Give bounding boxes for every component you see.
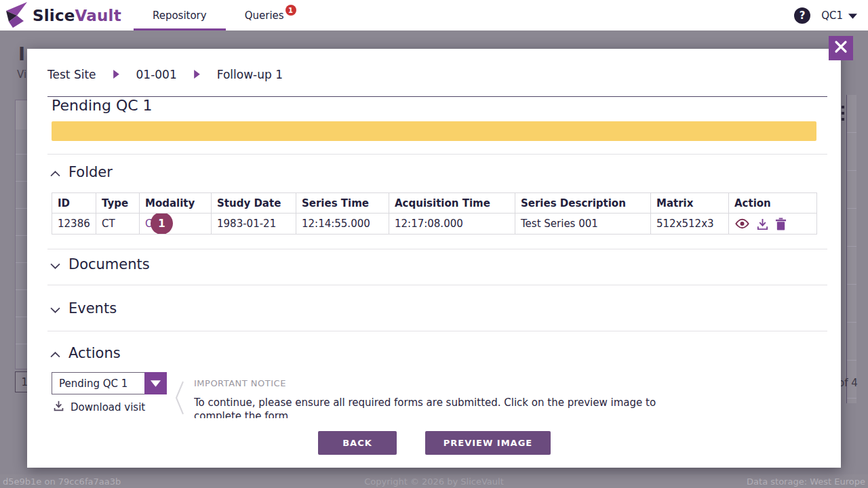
top-navbar: SliceVault Repository Queries 1 ? QC1 (0, 0, 868, 30)
divider (47, 154, 827, 155)
chevron-up-icon (50, 345, 60, 361)
section-actions-label: Actions (68, 345, 121, 361)
column-header-acquisition-time: Acquisition Time (389, 193, 515, 214)
eye-icon[interactable] (734, 218, 750, 229)
chevron-down-icon (50, 300, 60, 317)
breadcrumb-subject[interactable]: 01-001 (136, 68, 177, 81)
column-header-study-date: Study Date (212, 193, 296, 214)
background-table-left-edge (15, 100, 28, 369)
chevron-down-icon (848, 9, 857, 22)
cell-action (729, 214, 817, 235)
folder-table: ID Type Modality Study Date Series Time … (52, 192, 817, 235)
column-header-series-description: Series Description (515, 193, 651, 214)
qc-progress-bar (52, 121, 816, 141)
breadcrumb-divider (47, 96, 827, 97)
visit-detail-modal: Test Site 01-001 Follow-up 1 Pending QC … (27, 49, 841, 468)
user-menu[interactable]: QC1 (821, 9, 857, 22)
arrow-right-icon (193, 68, 201, 81)
section-actions-header[interactable]: Actions (50, 345, 121, 361)
section-folder-header[interactable]: Folder (50, 164, 113, 180)
modality-count-badge: 1 (151, 214, 173, 235)
notice-pointer-icon (175, 381, 184, 418)
triangle-down-icon (144, 372, 167, 394)
section-folder-label: Folder (68, 164, 113, 180)
background-table-right-edge (846, 95, 856, 403)
cell-modality[interactable]: CT 1 (140, 214, 212, 235)
column-header-id: ID (52, 193, 96, 214)
status-select-value: Pending QC 1 (52, 378, 144, 390)
status-title: Pending QC 1 (52, 97, 153, 114)
preview-image-button[interactable]: PREVIEW IMAGE (425, 431, 551, 455)
cell-type: CT (96, 214, 140, 235)
section-events-label: Events (68, 300, 117, 317)
column-header-modality: Modality (140, 193, 212, 214)
download-visit-link[interactable]: Download visit (53, 400, 145, 414)
download-icon (53, 400, 64, 414)
close-icon (833, 39, 848, 57)
cell-acquisition-time: 12:17:08.000 (389, 214, 515, 235)
cell-series-description: Test Series 001 (515, 214, 651, 235)
column-header-matrix: Matrix (651, 193, 729, 214)
series-table-row: 12386 CT CT 1 1983-01-21 12:14:55.000 12… (52, 214, 817, 235)
brand[interactable]: SliceVault (3, 1, 121, 30)
footer-data-storage: Data storage: West Europe (747, 476, 865, 487)
download-icon[interactable] (756, 218, 769, 230)
screen: SliceVault Repository Queries 1 ? QC1 I … (0, 0, 868, 488)
tab-repository[interactable]: Repository (134, 0, 226, 30)
divider (47, 285, 827, 285)
tab-queries[interactable]: Queries 1 (226, 0, 303, 30)
table-header-row: ID Type Modality Study Date Series Time … (52, 193, 817, 214)
nav-tabs: Repository Queries 1 (134, 0, 303, 30)
chevron-up-icon (50, 164, 60, 180)
section-documents-label: Documents (68, 256, 150, 272)
cell-series-time: 12:14:55.000 (296, 214, 389, 235)
breadcrumb-site[interactable]: Test Site (47, 68, 96, 81)
help-icon[interactable]: ? (794, 7, 810, 24)
cell-matrix: 512x512x3 (651, 214, 729, 235)
breadcrumb: Test Site 01-001 Follow-up 1 (47, 68, 283, 81)
close-button[interactable] (829, 36, 853, 60)
navbar-right: ? QC1 (794, 7, 868, 24)
section-events-header[interactable]: Events (50, 300, 117, 317)
brand-name: SliceVault (33, 7, 121, 24)
arrow-right-icon (113, 68, 120, 81)
background-page-subtitle: Vi (17, 68, 26, 81)
notice-title: IMPORTANT NOTICE (194, 378, 286, 388)
back-button[interactable]: BACK (318, 431, 397, 455)
background-pagination-total: of 4 (838, 377, 858, 389)
background-page-title: I (18, 43, 25, 64)
queries-count-badge: 1 (285, 5, 296, 16)
notice-body: To continue, please ensure all required … (194, 396, 696, 418)
divider (47, 331, 827, 331)
trash-icon[interactable] (775, 218, 787, 230)
tab-queries-label: Queries (245, 9, 284, 22)
slicevault-logo-icon (3, 1, 30, 30)
user-menu-label: QC1 (821, 9, 843, 22)
divider (47, 249, 827, 249)
column-header-action: Action (729, 193, 817, 214)
help-glyph: ? (800, 9, 806, 22)
tab-repository-label: Repository (153, 9, 207, 22)
cell-id: 12386 (52, 214, 96, 235)
kebab-menu-icon (842, 106, 844, 121)
background-pagination-current: 1 (15, 371, 28, 392)
download-visit-label: Download visit (71, 401, 145, 413)
footer-copyright: Copyright © 2026 by SliceVault (0, 476, 868, 487)
cell-study-date: 1983-01-21 (212, 214, 296, 235)
footer: Copyright © 2026 by SliceVault d5e9b1e o… (0, 474, 868, 488)
breadcrumb-visit[interactable]: Follow-up 1 (217, 68, 283, 81)
column-header-type: Type (96, 193, 140, 214)
chevron-down-icon (50, 256, 60, 272)
section-documents-header[interactable]: Documents (50, 256, 150, 272)
notice-line-1: To continue, please ensure all required … (194, 396, 696, 418)
column-header-series-time: Series Time (296, 193, 389, 214)
status-select[interactable]: Pending QC 1 (52, 372, 167, 394)
